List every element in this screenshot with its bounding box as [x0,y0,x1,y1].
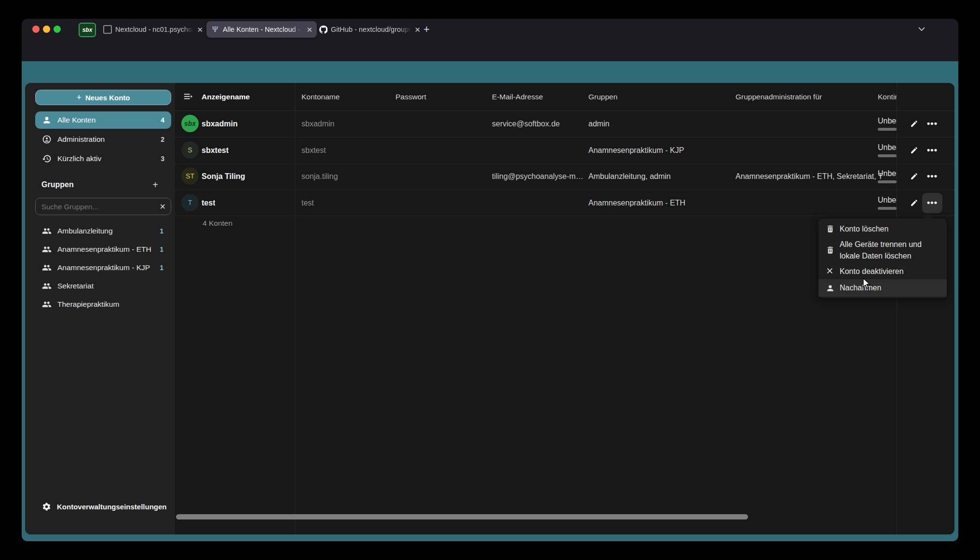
account-icon [42,115,52,125]
quota-bar [878,128,897,131]
minimize-window-button[interactable] [43,26,50,33]
groups: Ambulanzleitung, admin [588,163,733,190]
tab-bar: sbx Nextcloud - nc01.psychoanalyse ✕ Ψ A… [22,19,958,39]
account-name: test [301,190,314,216]
group-search-input[interactable] [36,203,160,211]
trash-icon [826,246,835,255]
clear-search-icon[interactable]: ✕ [160,202,166,211]
user-actions-menu-button[interactable]: ••• [926,144,938,156]
col-gruppenadministration[interactable]: Gruppenadministration für [735,83,822,110]
menu-item-konto-deaktivieren[interactable]: Konto deaktivieren [818,263,947,279]
sidebar-item-administration[interactable]: Administration 2 [35,131,171,148]
menu-item-nachahmen[interactable]: Nachahmen [818,279,947,297]
group-search-field: ✕ [35,198,171,215]
groups: admin [588,110,733,137]
email: tiling@psychoanalyse-m… [492,163,586,190]
count-badge: 1 [160,246,163,253]
list-all-tabs-chevron-icon[interactable] [918,25,926,33]
user-actions-menu-button[interactable]: ••• [926,170,938,182]
table-row[interactable]: S sbxtest sbxtest Anamnesenpraktikum - K… [175,137,954,164]
sidebar-group-ambulanzleitung[interactable]: Ambulanzleitung 1 [35,222,171,240]
display-name: sbxtest [202,137,229,164]
pinned-tab-sbx[interactable]: sbx [79,23,96,37]
shield-account-icon [42,135,52,144]
edit-user-button[interactable] [908,170,920,182]
table-header: Anzeigename Kontoname Passwort E-Mail-Ad… [175,83,954,111]
sidebar-group-anamnesen-eth[interactable]: Anamnesenpraktikum - ETH 1 [35,240,171,258]
group-icon [42,300,52,309]
edit-user-button[interactable] [908,197,920,208]
user-actions-context-menu: Konto löschen Alle Geräte trennen und lo… [818,219,947,298]
sidebar-item-alle-konten[interactable]: Alle Konten 4 [35,111,171,129]
groups: Anamnesenpraktikum - KJP [588,137,733,164]
pinned-tab-label: sbx [82,27,93,33]
sidebar-group-anamnesen-kjp[interactable]: Anamnesenpraktikum - KJP 1 [35,259,171,276]
new-tab-button[interactable]: + [423,23,430,36]
avatar: sbx [181,115,199,132]
group-icon [42,226,52,236]
count-badge: 1 [160,264,163,272]
quota-bar [878,154,897,157]
col-passwort: Passwort [395,83,426,110]
avatar: T [181,194,199,211]
account-name: sbxtest [301,137,326,164]
col-kontingent[interactable]: Kontingent [878,83,897,110]
menu-item-geraete-trennen[interactable]: Alle Geräte trennen und lokale Daten lös… [818,237,947,263]
tab-title: GitHub - nextcloud/groupfolders [331,26,411,33]
user-list: Anzeigename Kontoname Passwort E-Mail-Ad… [175,83,954,534]
sidebar-group-sekretariat[interactable]: Sekretariat [35,277,171,295]
table-row[interactable]: T test test Anamnesenpraktikum - ETH Unb… [175,190,954,216]
col-email[interactable]: E-Mail-Adresse [492,83,543,110]
sort-icon[interactable] [183,91,193,102]
plus-icon: + [76,93,82,103]
edit-user-button[interactable] [908,144,920,156]
history-icon [42,154,52,164]
avatar: S [181,141,199,159]
sidebar-group-therapiepraktikum[interactable]: Therapiepraktikum [35,295,171,313]
browser-toolbar: ← → ambulanz.psychoanalyse-muenchen.de/i… [22,39,958,61]
count-badge: 2 [161,136,164,143]
new-account-button[interactable]: + Neues Konto [35,90,171,105]
browser-window: sbx Nextcloud - nc01.psychoanalyse ✕ Ψ A… [22,19,958,541]
col-gruppen[interactable]: Gruppen [588,83,617,110]
sidebar-item-kuerzlich-aktiv[interactable]: Kürzlich aktiv 3 [35,150,171,167]
account-management-settings-button[interactable]: Kontoverwaltungseinstellungen [35,498,171,515]
col-kontoname[interactable]: Kontoname [301,83,340,110]
tab-alle-konten-active[interactable]: Ψ Alle Konten - Nextcloud - Ambul ✕ [206,21,317,38]
close-window-button[interactable] [32,26,40,33]
group-icon [42,281,52,291]
github-favicon-icon [319,25,327,34]
psi-favicon-icon: Ψ [211,25,219,34]
group-admin-for: Anamnesenpraktikum - ETH, Sekretariat, T [735,163,897,190]
count-badge: 3 [161,155,164,163]
quota-bar [878,207,897,210]
person-icon [826,284,835,293]
nextcloud-page: Ψ Akademie München sbx [22,61,958,541]
app-navigation: + Neues Konto Alle Konten 4 Administrati… [25,83,175,534]
menu-item-konto-loeschen[interactable]: Konto löschen [818,221,947,237]
group-icon [42,245,52,254]
tab-close-icon[interactable]: ✕ [306,26,313,33]
avatar: ST [181,167,199,185]
add-group-button[interactable]: + [150,179,161,191]
edit-user-button[interactable] [908,118,920,129]
horizontal-scrollbar[interactable] [176,514,748,519]
display-name: Sonja Tiling [202,163,245,190]
zoom-window-button[interactable] [54,26,61,33]
display-name: test [202,190,215,216]
tab-close-icon[interactable]: ✕ [414,26,421,33]
tab-nextcloud-nc01[interactable]: Nextcloud - nc01.psychoanalyse ✕ [99,21,207,38]
app-content: + Neues Konto Alle Konten 4 Administrati… [25,83,954,534]
close-x-icon [826,267,835,276]
tab-github[interactable]: GitHub - nextcloud/groupfolders ✕ [314,21,425,38]
nextcloud-favicon-icon [103,25,112,34]
col-anzeigename[interactable]: Anzeigename [202,83,250,110]
user-actions-menu-button-open[interactable]: ••• [926,197,938,208]
account-name: sonja.tiling [301,163,338,190]
table-row[interactable]: ST Sonja Tiling sonja.tiling tiling@psyc… [175,163,954,190]
user-actions-menu-button[interactable]: ••• [926,118,938,129]
group-icon [42,263,52,273]
email: service@softbox.de [492,110,586,137]
table-row[interactable]: sbx sbxadmin sbxadmin service@softbox.de… [175,110,954,137]
tab-close-icon[interactable]: ✕ [197,26,203,33]
